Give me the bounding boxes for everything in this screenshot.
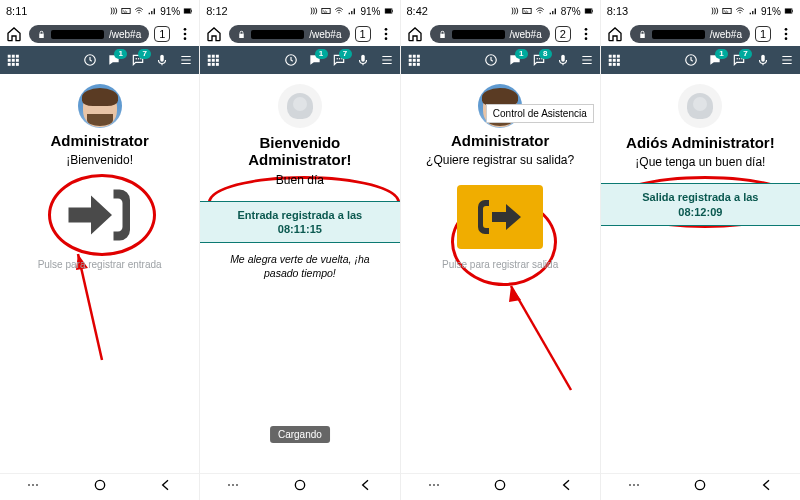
svg-point-75 [536, 58, 538, 60]
android-status-bar: 8:13 Vo 91% [601, 0, 800, 22]
recent-apps-button[interactable] [626, 477, 642, 497]
url-field[interactable]: /web#a [430, 25, 550, 43]
channel-icon[interactable]: 7 [732, 53, 746, 67]
svg-rect-14 [12, 59, 15, 62]
home-icon[interactable] [204, 24, 224, 44]
grid-icon[interactable] [607, 53, 621, 67]
check-in-button[interactable] [61, 185, 139, 249]
svg-rect-50 [361, 55, 365, 62]
volte-icon: Vo [121, 6, 131, 16]
svg-rect-6 [185, 9, 191, 13]
mic-icon[interactable] [556, 53, 570, 67]
chat-icon[interactable]: 1 [508, 53, 522, 67]
back-button[interactable] [158, 477, 174, 497]
grid-icon[interactable] [206, 53, 220, 67]
svg-rect-69 [412, 59, 415, 62]
svg-point-8 [184, 33, 187, 36]
tab-count[interactable]: 2 [555, 26, 571, 42]
svg-text:Vo: Vo [324, 10, 328, 14]
back-button[interactable] [358, 477, 374, 497]
mic-icon[interactable] [756, 53, 770, 67]
browser-menu-icon[interactable] [576, 24, 596, 44]
signal-icon [347, 6, 357, 16]
svg-point-35 [384, 33, 387, 36]
menu-icon[interactable] [580, 53, 594, 67]
home-icon[interactable] [4, 24, 24, 44]
menu-icon[interactable] [179, 53, 193, 67]
svg-rect-42 [216, 59, 219, 62]
svg-rect-18 [16, 63, 19, 66]
status-time: 8:42 [407, 5, 428, 17]
channel-icon[interactable]: 7 [131, 53, 145, 67]
nfc-icon [308, 6, 318, 16]
grid-icon[interactable] [407, 53, 421, 67]
page-subtitle: ¡Que tenga un buen día! [635, 155, 765, 169]
svg-rect-44 [212, 63, 215, 66]
channel-icon[interactable]: 8 [532, 53, 546, 67]
chat-icon[interactable]: 1 [308, 53, 322, 67]
svg-rect-92 [609, 55, 612, 58]
user-generic-avatar [278, 84, 322, 128]
tab-count[interactable]: 1 [154, 26, 170, 42]
clock-icon[interactable] [83, 53, 97, 67]
browser-menu-icon[interactable] [776, 24, 796, 44]
clock-icon[interactable] [684, 53, 698, 67]
chat-icon[interactable]: 1 [708, 53, 722, 67]
recent-apps-button[interactable] [426, 477, 442, 497]
back-button[interactable] [559, 477, 575, 497]
url-field[interactable]: /web#a [630, 25, 750, 43]
svg-rect-88 [785, 9, 791, 13]
tab-count[interactable]: 1 [755, 26, 771, 42]
browser-menu-icon[interactable] [376, 24, 396, 44]
breadcrumb[interactable]: Control de Asistencia [486, 104, 594, 123]
grid-icon[interactable] [6, 53, 20, 67]
check-out-button[interactable] [457, 185, 543, 249]
svg-rect-60 [592, 10, 593, 12]
signal-icon [748, 6, 758, 16]
page-subtitle: Buen día [276, 173, 324, 187]
status-time: 8:11 [6, 5, 27, 17]
svg-rect-40 [208, 59, 211, 62]
svg-point-89 [785, 28, 788, 31]
recent-apps-button[interactable] [225, 477, 241, 497]
nfc-icon [108, 6, 118, 16]
svg-marker-79 [492, 204, 521, 230]
home-button[interactable] [292, 477, 308, 497]
svg-rect-95 [609, 59, 612, 62]
wifi-icon [535, 6, 545, 16]
svg-rect-87 [792, 10, 793, 12]
main-content: Adiós Administrator! ¡Que tenga un buen … [601, 74, 800, 473]
home-button[interactable] [492, 477, 508, 497]
channel-icon[interactable]: 7 [332, 53, 346, 67]
svg-rect-37 [208, 55, 211, 58]
svg-rect-94 [617, 55, 620, 58]
chat-icon[interactable]: 1 [107, 53, 121, 67]
nfc-icon [709, 6, 719, 16]
svg-point-54 [295, 480, 304, 489]
svg-point-47 [336, 58, 338, 60]
menu-icon[interactable] [380, 53, 394, 67]
svg-rect-98 [609, 63, 612, 66]
tab-count[interactable]: 1 [355, 26, 371, 42]
mic-icon[interactable] [356, 53, 370, 67]
url-field[interactable]: /web#a [229, 25, 349, 43]
home-icon[interactable] [405, 24, 425, 44]
mic-icon[interactable] [155, 53, 169, 67]
clock-icon[interactable] [484, 53, 498, 67]
svg-rect-5 [191, 10, 192, 12]
home-button[interactable] [92, 477, 108, 497]
svg-text:Vo: Vo [724, 10, 728, 14]
svg-point-62 [584, 28, 587, 31]
page-subtitle: ¿Quiere registrar su salida? [426, 153, 574, 167]
clock-icon[interactable] [284, 53, 298, 67]
recent-apps-button[interactable] [25, 477, 41, 497]
url-field[interactable]: /web#a [29, 25, 149, 43]
back-button[interactable] [759, 477, 775, 497]
menu-icon[interactable] [780, 53, 794, 67]
confirmation-banner: Entrada registrada a las 08:11:15 [200, 201, 399, 244]
svg-point-48 [338, 58, 340, 60]
browser-menu-icon[interactable] [175, 24, 195, 44]
home-button[interactable] [692, 477, 708, 497]
home-icon[interactable] [605, 24, 625, 44]
app-top-nav: 1 8 [401, 46, 600, 74]
